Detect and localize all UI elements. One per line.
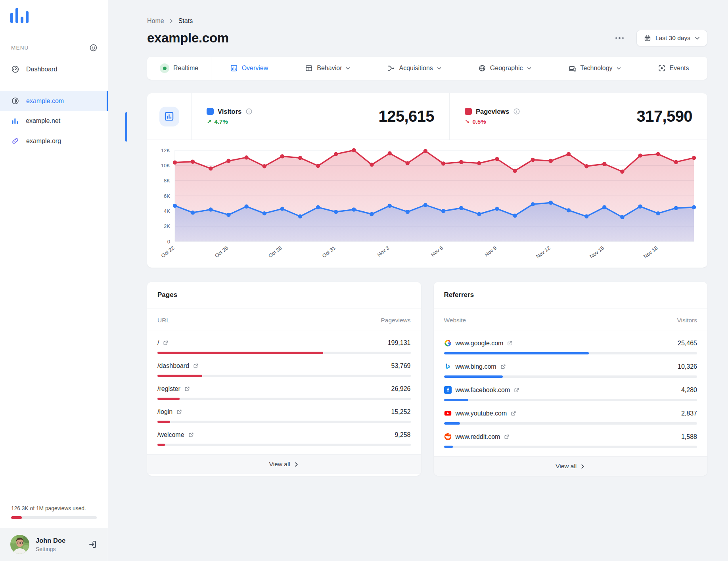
- trend-down-arrow-icon: ↘: [465, 118, 470, 125]
- main-content: Home Stats example.com Last 30 days: [108, 0, 728, 561]
- breadcrumb-home[interactable]: Home: [147, 17, 164, 25]
- bing-favicon-icon: [444, 363, 452, 370]
- svg-text:0: 0: [167, 239, 170, 245]
- tab-realtime[interactable]: Realtime: [147, 57, 211, 80]
- tab-label: Technology: [580, 65, 613, 72]
- external-link-icon: [193, 363, 199, 369]
- svg-text:Oct 25: Oct 25: [214, 245, 229, 259]
- trend-value: 4.7%: [215, 118, 228, 125]
- svg-text:Nov 3: Nov 3: [376, 245, 391, 258]
- usage-meter: 126.3K of 1M pageviews used.: [0, 505, 108, 528]
- svg-text:Nov 9: Nov 9: [483, 245, 498, 258]
- external-link-icon: [504, 434, 510, 440]
- row-value: 2,837: [681, 410, 697, 417]
- row-value: 53,769: [391, 362, 411, 370]
- tab-geographic[interactable]: Geographic: [474, 64, 535, 72]
- svg-text:8K: 8K: [164, 178, 170, 184]
- svg-text:Oct 28: Oct 28: [267, 245, 283, 259]
- row-link[interactable]: /: [157, 339, 159, 347]
- scrollbar-thumb[interactable]: [125, 112, 127, 142]
- svg-text:Nov 12: Nov 12: [535, 245, 552, 260]
- devices-icon: [568, 64, 577, 73]
- view-all-label: View all: [556, 463, 577, 470]
- referrers-view-all-button[interactable]: View all: [434, 456, 708, 476]
- table-row[interactable]: www.youtube.com 2,837: [444, 401, 697, 425]
- reddit-favicon-icon: [444, 433, 452, 440]
- row-link[interactable]: www.facebook.com: [456, 387, 510, 394]
- row-link[interactable]: /login: [157, 408, 172, 415]
- pages-card: Pages URL Pageviews / 199,131 /dashboard…: [147, 282, 421, 476]
- row-link[interactable]: www.youtube.com: [456, 410, 507, 417]
- svg-text:4K: 4K: [164, 208, 170, 214]
- more-options-button[interactable]: [612, 34, 627, 42]
- row-progress-fill: [157, 444, 165, 446]
- time-series-chart[interactable]: 02K4K6K8K10K12KOct 22Oct 25Oct 28Oct 31N…: [147, 140, 707, 268]
- table-row[interactable]: www.reddit.com 1,588: [444, 425, 697, 448]
- theme-face-icon[interactable]: [89, 44, 98, 52]
- logout-icon[interactable]: [88, 540, 98, 549]
- table-row[interactable]: /register 26,926: [157, 377, 411, 400]
- row-link[interactable]: /dashboard: [157, 362, 189, 370]
- menu-section-label: MENU: [11, 45, 29, 51]
- row-link[interactable]: www.google.com: [456, 340, 504, 347]
- sidebar-site-label: example.org: [26, 138, 61, 145]
- row-value: 1,588: [681, 433, 697, 440]
- svg-text:10K: 10K: [161, 163, 170, 168]
- row-progress-track: [444, 446, 697, 448]
- svg-text:Nov 15: Nov 15: [588, 245, 605, 260]
- table-row[interactable]: /welcome 9,258: [157, 423, 411, 446]
- table-row[interactable]: www.google.com 25,465: [444, 331, 697, 354]
- row-link[interactable]: www.reddit.com: [456, 433, 500, 440]
- sidebar-site-example-com[interactable]: example.com: [0, 91, 108, 111]
- card-title: Pages: [147, 282, 421, 308]
- pageviews-trend: ↘ 0.5%: [465, 118, 520, 125]
- external-link-icon: [176, 409, 182, 415]
- tab-behavior[interactable]: Behavior: [301, 64, 354, 72]
- row-link[interactable]: /welcome: [157, 431, 184, 438]
- tab-label: Events: [670, 65, 689, 72]
- row-value: 25,465: [678, 340, 697, 347]
- row-link[interactable]: www.bing.com: [456, 363, 496, 370]
- tab-technology[interactable]: Technology: [564, 64, 625, 73]
- sidebar-site-example-org[interactable]: example.org: [0, 131, 108, 151]
- sidebar-site-example-net[interactable]: example.net: [0, 111, 108, 131]
- view-all-label: View all: [269, 461, 290, 468]
- chart-summary-icon: [159, 107, 179, 126]
- tab-label: Realtime: [173, 65, 198, 72]
- user-profile[interactable]: John Doe Settings: [0, 528, 108, 561]
- sidebar-item-dashboard[interactable]: Dashboard: [0, 59, 108, 79]
- table-row[interactable]: / 199,131: [157, 331, 411, 354]
- row-link[interactable]: /register: [157, 385, 180, 393]
- info-icon[interactable]: [245, 108, 253, 115]
- pageviews-stat: Pageviews ↘ 0.5% 317,590: [449, 93, 707, 140]
- overview-chart-icon: [230, 64, 238, 72]
- date-range-button[interactable]: Last 30 days: [636, 30, 707, 46]
- user-settings-link[interactable]: Settings: [36, 546, 82, 552]
- app-logo-icon: [10, 6, 108, 26]
- card-title: Referrers: [434, 282, 708, 308]
- sidebar-site-label: example.net: [26, 117, 60, 124]
- date-range-label: Last 30 days: [655, 34, 690, 42]
- stat-label: Pageviews: [476, 108, 509, 115]
- info-icon[interactable]: [513, 108, 520, 115]
- table-row[interactable]: /login 15,252: [157, 400, 411, 423]
- tab-acquisitions[interactable]: Acquisitions: [383, 64, 445, 72]
- overview-chart-card: Visitors ↗ 4.7% 125,615: [147, 93, 707, 268]
- pages-view-all-button[interactable]: View all: [147, 454, 421, 474]
- table-row[interactable]: www.bing.com 10,326: [444, 354, 697, 378]
- sidebar: MENU Dashboard example.com: [0, 0, 108, 561]
- sidebar-site-label: example.com: [26, 98, 64, 105]
- chevron-down-icon: [695, 36, 700, 41]
- row-value: 26,926: [391, 385, 411, 393]
- tab-overview[interactable]: Overview: [226, 64, 272, 72]
- row-value: 10,326: [678, 363, 697, 370]
- table-row[interactable]: www.facebook.com 4,280: [444, 378, 697, 401]
- column-header-visitors: Visitors: [677, 317, 697, 324]
- external-link-icon: [514, 387, 519, 393]
- chevron-right-icon: [294, 462, 299, 467]
- trend-up-arrow-icon: ↗: [207, 118, 212, 125]
- external-link-icon: [500, 364, 506, 370]
- tab-events[interactable]: Events: [654, 64, 693, 72]
- table-row[interactable]: /dashboard 53,769: [157, 354, 411, 377]
- visitors-legend-marker: [207, 108, 214, 115]
